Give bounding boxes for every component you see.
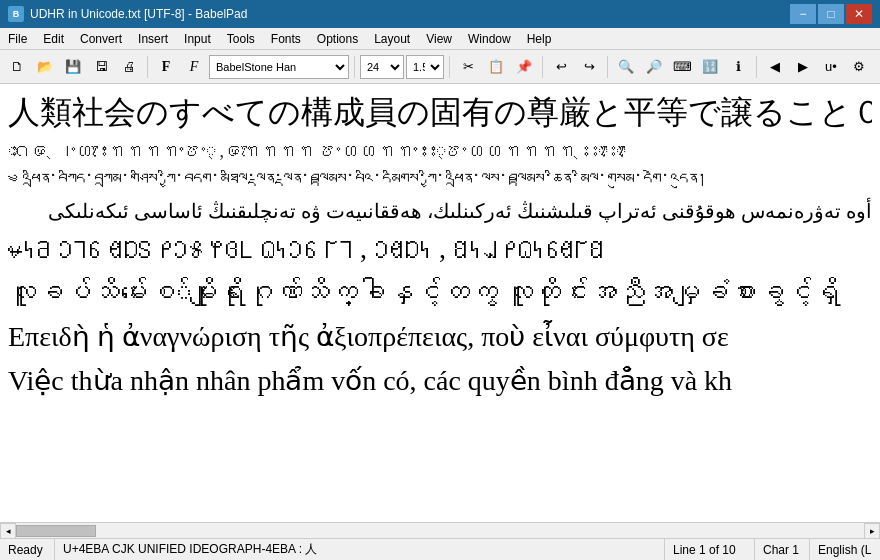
text-line-8: Việc thừa nhận nhân phẩm vốn có, các quy…: [8, 360, 872, 402]
menu-edit[interactable]: Edit: [35, 30, 72, 48]
extra-button[interactable]: ⚙: [846, 54, 872, 80]
info-button[interactable]: ℹ: [725, 54, 751, 80]
text-line-5: 𐐷𐐤𐐀 𐐣𐐑𐐞 𐐔𐐟𐐠 𐐙𐐣𐐝 𐐐𐐚𐐛 𐐗𐐤𐐣𐐞 𐐊𐐑 , 𐐣𐐔𐐟𐐤 , 𐐒𐐤𐐉…: [8, 228, 872, 270]
close-button[interactable]: ✕: [846, 4, 872, 24]
separator-6: [756, 56, 757, 78]
redo-button[interactable]: ↪: [576, 54, 602, 80]
menu-help[interactable]: Help: [519, 30, 560, 48]
separator-4: [542, 56, 543, 78]
editor-area[interactable]: 人類社会のすべての構成員の固有の尊厳と平等で譲ること０ ꢁꢡꢌ꣄ ꣎ꢀ ꢔꢵꢵꢵ…: [0, 84, 880, 538]
separator-5: [607, 56, 608, 78]
text-line-7: Επειδὴ ἡ ἀναγνώριση τῆς ἀξιοπρέπειας, πο…: [8, 316, 872, 358]
menu-tools[interactable]: Tools: [219, 30, 263, 48]
num-button[interactable]: 🔢: [697, 54, 723, 80]
italic-button[interactable]: F: [181, 54, 207, 80]
scroll-thumb[interactable]: [16, 525, 96, 537]
scroll-right-arrow[interactable]: ▸: [864, 523, 880, 539]
status-line: Line 1 of 10: [665, 539, 755, 560]
menu-input[interactable]: Input: [176, 30, 219, 48]
copy-button[interactable]: 📋: [483, 54, 509, 80]
text-line-4: أوه تەۋرەنمەس ھوقۇقنى ئەتراپ قىلىشنىڭ ئە…: [8, 196, 872, 226]
menu-window[interactable]: Window: [460, 30, 519, 48]
maximize-button[interactable]: □: [818, 4, 844, 24]
menu-bar: File Edit Convert Insert Input Tools Fon…: [0, 28, 880, 50]
paste-button[interactable]: 📌: [511, 54, 537, 80]
app-icon: B: [8, 6, 24, 22]
forward-button[interactable]: ▶: [790, 54, 816, 80]
editor-content[interactable]: 人類社会のすべての構成員の固有の尊厳と平等で譲ること０ ꢁꢡꢌ꣄ ꣎ꢀ ꢔꢵꢵꢵ…: [0, 84, 880, 522]
undo-button[interactable]: ↩: [548, 54, 574, 80]
text-line-1: 人類社会のすべての構成員の固有の尊厳と平等で譲ること０: [8, 88, 872, 136]
font-size-selector[interactable]: 24: [360, 55, 404, 79]
separator-3: [449, 56, 450, 78]
text-line-2: ꢁꢡꢌ꣄ ꣎ꢀ ꢔꢵꢵꢵꢵꢵꢵ ꢁꢀꢀ ꢒꢒꢒꢒꢀꢀ ꢆꢀ꣄ , ꢌꢵꢒꢒꢒꢒ …: [8, 138, 872, 165]
separator-2: [354, 56, 355, 78]
text-line-3: ༄ འཕྲིན་བཀིད་བཀྲམ་གཤིས་ཀྱི་བདག་མཐིལ་ལྡན་…: [8, 167, 872, 194]
title-bar-controls[interactable]: − □ ✕: [790, 4, 872, 24]
horizontal-scrollbar[interactable]: ◂ ▸: [0, 522, 880, 538]
font-selector[interactable]: BabelStone Han: [209, 55, 349, 79]
title-bar-text: UDHR in Unicode.txt [UTF-8] - BabelPad: [30, 7, 247, 21]
new-button[interactable]: 🗋: [4, 54, 30, 80]
menu-options[interactable]: Options: [309, 30, 366, 48]
title-bar-left: B UDHR in Unicode.txt [UTF-8] - BabelPad: [8, 6, 247, 22]
open-button[interactable]: 📂: [32, 54, 58, 80]
menu-file[interactable]: File: [0, 30, 35, 48]
special-button[interactable]: u•: [818, 54, 844, 80]
save-as-button[interactable]: 🖫: [88, 54, 114, 80]
find2-button[interactable]: 🔎: [641, 54, 667, 80]
scroll-track[interactable]: [16, 523, 864, 539]
separator-1: [147, 56, 148, 78]
save-button[interactable]: 💾: [60, 54, 86, 80]
cut-button[interactable]: ✂: [455, 54, 481, 80]
status-bar: Ready U+4EBA CJK UNIFIED IDEOGRAPH-4EBA …: [0, 538, 880, 560]
back-button[interactable]: ◀: [762, 54, 788, 80]
bold-button[interactable]: F: [153, 54, 179, 80]
toolbar: 🗋 📂 💾 🖫 🖨 F F BabelStone Han 24 1.5 ✂ 📋 …: [0, 50, 880, 84]
scroll-left-arrow[interactable]: ◂: [0, 523, 16, 539]
print-button[interactable]: 🖨: [116, 54, 142, 80]
find-button[interactable]: 🔍: [613, 54, 639, 80]
line-spacing-selector[interactable]: 1.5: [406, 55, 444, 79]
status-char: Char 1: [755, 539, 810, 560]
minimize-button[interactable]: −: [790, 4, 816, 24]
menu-convert[interactable]: Convert: [72, 30, 130, 48]
menu-view[interactable]: View: [418, 30, 460, 48]
status-lang: English (L: [810, 539, 880, 560]
text-line-6: လူခပ်သိမ်းစေ်မျိုးရိုးဂုဏ်သိက္ခါနှင့်တကွ…: [8, 272, 872, 314]
charmap-button[interactable]: ⌨: [669, 54, 695, 80]
status-ready: Ready: [0, 539, 55, 560]
menu-insert[interactable]: Insert: [130, 30, 176, 48]
menu-layout[interactable]: Layout: [366, 30, 418, 48]
status-unicode: U+4EBA CJK UNIFIED IDEOGRAPH-4EBA : 人: [55, 539, 665, 560]
menu-fonts[interactable]: Fonts: [263, 30, 309, 48]
title-bar: B UDHR in Unicode.txt [UTF-8] - BabelPad…: [0, 0, 880, 28]
